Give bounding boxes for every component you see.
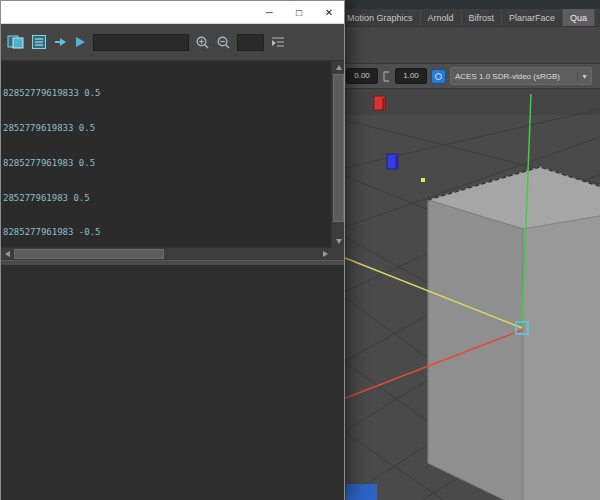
horizontal-scrollbar[interactable] — [1, 247, 331, 259]
shelf-tabs: Motion Graphics Arnold Bifrost PlanarFac… — [340, 9, 600, 27]
color-management-icon[interactable] — [431, 69, 446, 84]
scrollbar-corner — [331, 247, 344, 259]
output-line: 82852779619833 0.5 — [3, 88, 330, 100]
gamma-field[interactable]: 1.00 — [395, 68, 427, 84]
script-editor-window: ─ □ ✕ — [0, 0, 345, 500]
vertical-scrollbar-thumb[interactable] — [333, 74, 344, 222]
shelf-tab-qua[interactable]: Qua — [563, 9, 595, 26]
line-number-field[interactable] — [237, 34, 264, 51]
gamma-icon — [382, 71, 391, 82]
window-title — [1, 1, 254, 23]
viewport-toolbar: 0.00 1.00 ACES 1.0 SDR-video (sRGB) ▾ — [340, 64, 600, 89]
scroll-left-button[interactable] — [1, 248, 13, 260]
titlebar[interactable]: ─ □ ✕ — [1, 1, 344, 24]
shelf-tab-planarface[interactable]: PlanarFace — [502, 9, 563, 26]
history-output-pane[interactable]: 82852779619833 0.5 2852779619833 0.5 828… — [1, 61, 344, 260]
timeline-field[interactable] — [346, 484, 377, 500]
small-blue-cube[interactable] — [387, 154, 398, 169]
screen: Motion Graphics Arnold Bifrost PlanarFac… — [0, 0, 600, 500]
zoom-in-icon[interactable] — [195, 35, 210, 50]
colorspace-dropdown[interactable]: ACES 1.0 SDR-video (sRGB) ▾ — [450, 67, 592, 85]
script-input-pane[interactable] — [1, 266, 344, 500]
exposure-field[interactable]: 0.00 — [346, 68, 378, 84]
yellow-vertex-dot[interactable] — [421, 178, 425, 182]
chevron-down-icon: ▾ — [577, 72, 591, 81]
maya-window: Motion Graphics Arnold Bifrost PlanarFac… — [340, 0, 600, 500]
scroll-right-button[interactable] — [319, 248, 331, 260]
shelf-tab-arnold[interactable]: Arnold — [421, 9, 462, 26]
execute-all-icon[interactable] — [73, 35, 87, 49]
indent-icon[interactable] — [270, 35, 286, 49]
output-text: 82852779619833 0.5 2852779619833 0.5 828… — [3, 65, 330, 246]
scroll-down-button[interactable] — [332, 235, 345, 247]
triangle-down-icon — [336, 239, 342, 244]
triangle-left-icon — [5, 251, 10, 257]
colorspace-value: ACES 1.0 SDR-video (sRGB) — [451, 72, 577, 81]
output-line: 285277961983 0.5 — [3, 193, 330, 205]
minimize-button[interactable]: ─ — [254, 1, 284, 23]
script-editor-toolbar — [1, 24, 344, 61]
maximize-button[interactable]: □ — [284, 1, 314, 23]
zoom-out-icon[interactable] — [216, 35, 231, 50]
scroll-up-button[interactable] — [332, 61, 345, 73]
output-line: 8285277961983 0.5 — [3, 158, 330, 170]
shelf-tab-bifrost[interactable]: Bifrost — [462, 9, 503, 26]
triangle-right-icon — [323, 251, 328, 257]
shelf-area — [340, 27, 600, 64]
maya-top-strip — [340, 0, 600, 9]
history-panes-icon[interactable] — [7, 34, 25, 50]
execute-line-icon[interactable] — [53, 35, 67, 49]
show-list-icon[interactable] — [31, 34, 47, 50]
search-input[interactable] — [93, 34, 189, 51]
viewport-canvas — [340, 89, 600, 500]
small-red-cube[interactable] — [374, 96, 385, 110]
triangle-up-icon — [336, 65, 342, 70]
close-button[interactable]: ✕ — [314, 1, 344, 23]
viewport[interactable] — [340, 89, 600, 500]
vertical-scrollbar[interactable] — [331, 61, 344, 247]
horizontal-scrollbar-thumb[interactable] — [14, 249, 164, 259]
output-line: 8285277961983 -0.5 — [3, 227, 330, 239]
shelf-tab-motion-graphics[interactable]: Motion Graphics — [340, 9, 421, 26]
output-line: 2852779619833 0.5 — [3, 123, 330, 135]
